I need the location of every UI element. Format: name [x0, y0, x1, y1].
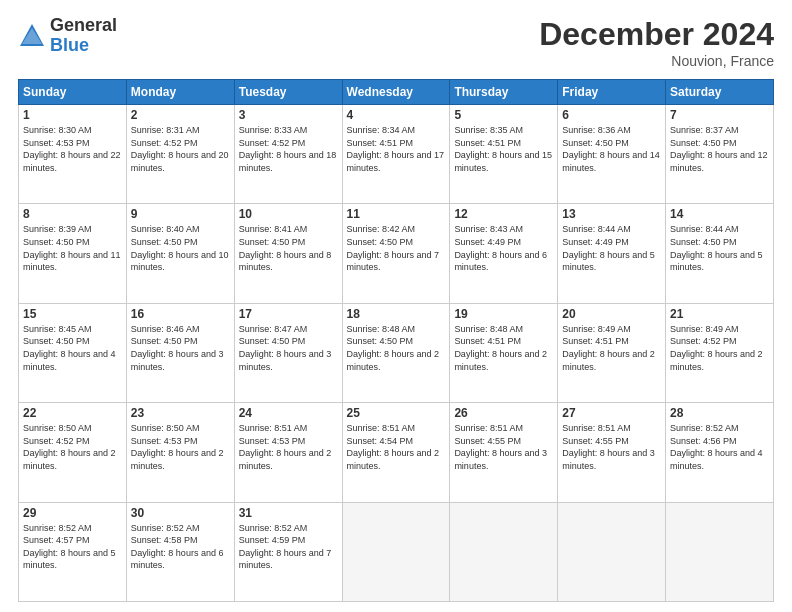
- day-info: Sunrise: 8:35 AMSunset: 4:51 PMDaylight:…: [454, 124, 553, 174]
- day-info: Sunrise: 8:49 AMSunset: 4:51 PMDaylight:…: [562, 323, 661, 373]
- day-number: 1: [23, 108, 122, 122]
- day-number: 25: [347, 406, 446, 420]
- calendar-cell-day-4: 4Sunrise: 8:34 AMSunset: 4:51 PMDaylight…: [342, 105, 450, 204]
- day-info: Sunrise: 8:48 AMSunset: 4:51 PMDaylight:…: [454, 323, 553, 373]
- day-number: 18: [347, 307, 446, 321]
- calendar-cell-day-29: 29Sunrise: 8:52 AMSunset: 4:57 PMDayligh…: [19, 502, 127, 601]
- calendar-cell-empty: [666, 502, 774, 601]
- day-number: 22: [23, 406, 122, 420]
- day-number: 8: [23, 207, 122, 221]
- calendar-week-3: 15Sunrise: 8:45 AMSunset: 4:50 PMDayligh…: [19, 303, 774, 402]
- calendar-cell-day-26: 26Sunrise: 8:51 AMSunset: 4:55 PMDayligh…: [450, 403, 558, 502]
- day-number: 26: [454, 406, 553, 420]
- location: Nouvion, France: [539, 53, 774, 69]
- day-info: Sunrise: 8:47 AMSunset: 4:50 PMDaylight:…: [239, 323, 338, 373]
- day-info: Sunrise: 8:50 AMSunset: 4:53 PMDaylight:…: [131, 422, 230, 472]
- day-number: 21: [670, 307, 769, 321]
- calendar-cell-day-7: 7Sunrise: 8:37 AMSunset: 4:50 PMDaylight…: [666, 105, 774, 204]
- calendar-cell-day-31: 31Sunrise: 8:52 AMSunset: 4:59 PMDayligh…: [234, 502, 342, 601]
- calendar-cell-day-22: 22Sunrise: 8:50 AMSunset: 4:52 PMDayligh…: [19, 403, 127, 502]
- day-number: 16: [131, 307, 230, 321]
- calendar-cell-day-24: 24Sunrise: 8:51 AMSunset: 4:53 PMDayligh…: [234, 403, 342, 502]
- calendar-cell-empty: [558, 502, 666, 601]
- weekday-header-sunday: Sunday: [19, 80, 127, 105]
- calendar-cell-day-10: 10Sunrise: 8:41 AMSunset: 4:50 PMDayligh…: [234, 204, 342, 303]
- day-info: Sunrise: 8:49 AMSunset: 4:52 PMDaylight:…: [670, 323, 769, 373]
- day-number: 28: [670, 406, 769, 420]
- day-info: Sunrise: 8:36 AMSunset: 4:50 PMDaylight:…: [562, 124, 661, 174]
- day-number: 30: [131, 506, 230, 520]
- calendar-cell-day-1: 1Sunrise: 8:30 AMSunset: 4:53 PMDaylight…: [19, 105, 127, 204]
- day-number: 27: [562, 406, 661, 420]
- weekday-header-monday: Monday: [126, 80, 234, 105]
- day-info: Sunrise: 8:51 AMSunset: 4:55 PMDaylight:…: [562, 422, 661, 472]
- weekday-header-tuesday: Tuesday: [234, 80, 342, 105]
- day-info: Sunrise: 8:45 AMSunset: 4:50 PMDaylight:…: [23, 323, 122, 373]
- day-info: Sunrise: 8:39 AMSunset: 4:50 PMDaylight:…: [23, 223, 122, 273]
- day-number: 3: [239, 108, 338, 122]
- day-number: 7: [670, 108, 769, 122]
- day-info: Sunrise: 8:51 AMSunset: 4:54 PMDaylight:…: [347, 422, 446, 472]
- day-number: 20: [562, 307, 661, 321]
- calendar-cell-day-17: 17Sunrise: 8:47 AMSunset: 4:50 PMDayligh…: [234, 303, 342, 402]
- calendar-cell-day-30: 30Sunrise: 8:52 AMSunset: 4:58 PMDayligh…: [126, 502, 234, 601]
- calendar-cell-empty: [342, 502, 450, 601]
- day-info: Sunrise: 8:33 AMSunset: 4:52 PMDaylight:…: [239, 124, 338, 174]
- title-block: December 2024 Nouvion, France: [539, 16, 774, 69]
- day-info: Sunrise: 8:31 AMSunset: 4:52 PMDaylight:…: [131, 124, 230, 174]
- page: General Blue December 2024 Nouvion, Fran…: [0, 0, 792, 612]
- day-number: 10: [239, 207, 338, 221]
- day-number: 4: [347, 108, 446, 122]
- calendar-cell-day-3: 3Sunrise: 8:33 AMSunset: 4:52 PMDaylight…: [234, 105, 342, 204]
- logo-text: General Blue: [50, 16, 117, 56]
- calendar-cell-day-19: 19Sunrise: 8:48 AMSunset: 4:51 PMDayligh…: [450, 303, 558, 402]
- weekday-header-row: SundayMondayTuesdayWednesdayThursdayFrid…: [19, 80, 774, 105]
- weekday-header-saturday: Saturday: [666, 80, 774, 105]
- calendar-cell-day-15: 15Sunrise: 8:45 AMSunset: 4:50 PMDayligh…: [19, 303, 127, 402]
- calendar: SundayMondayTuesdayWednesdayThursdayFrid…: [18, 79, 774, 602]
- calendar-cell-day-12: 12Sunrise: 8:43 AMSunset: 4:49 PMDayligh…: [450, 204, 558, 303]
- calendar-cell-empty: [450, 502, 558, 601]
- calendar-cell-day-21: 21Sunrise: 8:49 AMSunset: 4:52 PMDayligh…: [666, 303, 774, 402]
- calendar-cell-day-5: 5Sunrise: 8:35 AMSunset: 4:51 PMDaylight…: [450, 105, 558, 204]
- svg-marker-1: [22, 28, 42, 44]
- weekday-header-friday: Friday: [558, 80, 666, 105]
- day-number: 31: [239, 506, 338, 520]
- day-info: Sunrise: 8:50 AMSunset: 4:52 PMDaylight:…: [23, 422, 122, 472]
- day-info: Sunrise: 8:37 AMSunset: 4:50 PMDaylight:…: [670, 124, 769, 174]
- calendar-cell-day-25: 25Sunrise: 8:51 AMSunset: 4:54 PMDayligh…: [342, 403, 450, 502]
- day-number: 14: [670, 207, 769, 221]
- day-number: 5: [454, 108, 553, 122]
- day-number: 9: [131, 207, 230, 221]
- day-number: 13: [562, 207, 661, 221]
- weekday-header-thursday: Thursday: [450, 80, 558, 105]
- day-number: 23: [131, 406, 230, 420]
- day-info: Sunrise: 8:52 AMSunset: 4:59 PMDaylight:…: [239, 522, 338, 572]
- calendar-cell-day-9: 9Sunrise: 8:40 AMSunset: 4:50 PMDaylight…: [126, 204, 234, 303]
- day-number: 11: [347, 207, 446, 221]
- day-info: Sunrise: 8:51 AMSunset: 4:53 PMDaylight:…: [239, 422, 338, 472]
- calendar-body: 1Sunrise: 8:30 AMSunset: 4:53 PMDaylight…: [19, 105, 774, 602]
- day-info: Sunrise: 8:34 AMSunset: 4:51 PMDaylight:…: [347, 124, 446, 174]
- day-info: Sunrise: 8:43 AMSunset: 4:49 PMDaylight:…: [454, 223, 553, 273]
- calendar-cell-day-16: 16Sunrise: 8:46 AMSunset: 4:50 PMDayligh…: [126, 303, 234, 402]
- day-info: Sunrise: 8:44 AMSunset: 4:50 PMDaylight:…: [670, 223, 769, 273]
- day-info: Sunrise: 8:46 AMSunset: 4:50 PMDaylight:…: [131, 323, 230, 373]
- calendar-cell-day-13: 13Sunrise: 8:44 AMSunset: 4:49 PMDayligh…: [558, 204, 666, 303]
- logo-icon: [18, 22, 46, 50]
- calendar-cell-day-11: 11Sunrise: 8:42 AMSunset: 4:50 PMDayligh…: [342, 204, 450, 303]
- month-title: December 2024: [539, 16, 774, 53]
- day-number: 17: [239, 307, 338, 321]
- day-number: 6: [562, 108, 661, 122]
- calendar-cell-day-27: 27Sunrise: 8:51 AMSunset: 4:55 PMDayligh…: [558, 403, 666, 502]
- logo-blue-text: Blue: [50, 36, 117, 56]
- calendar-cell-day-6: 6Sunrise: 8:36 AMSunset: 4:50 PMDaylight…: [558, 105, 666, 204]
- day-number: 15: [23, 307, 122, 321]
- day-number: 19: [454, 307, 553, 321]
- calendar-cell-day-23: 23Sunrise: 8:50 AMSunset: 4:53 PMDayligh…: [126, 403, 234, 502]
- calendar-cell-day-14: 14Sunrise: 8:44 AMSunset: 4:50 PMDayligh…: [666, 204, 774, 303]
- day-info: Sunrise: 8:42 AMSunset: 4:50 PMDaylight:…: [347, 223, 446, 273]
- header: General Blue December 2024 Nouvion, Fran…: [18, 16, 774, 69]
- day-number: 29: [23, 506, 122, 520]
- weekday-header-wednesday: Wednesday: [342, 80, 450, 105]
